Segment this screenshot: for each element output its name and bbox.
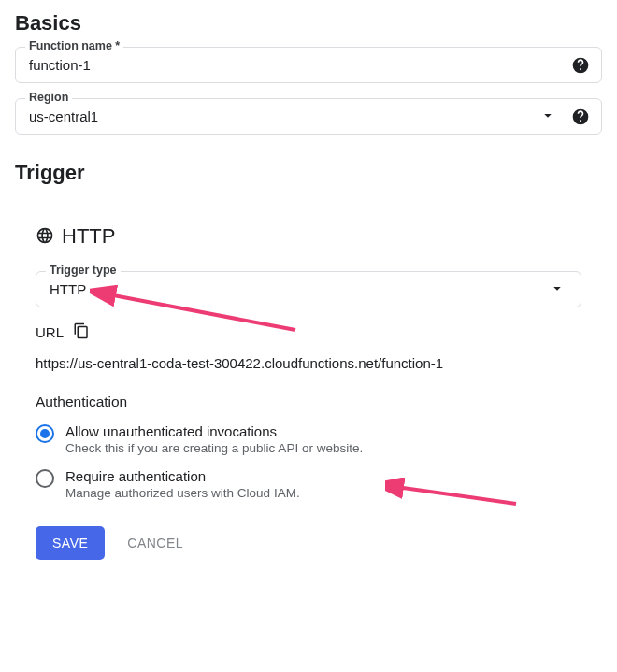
basics-heading: Basics bbox=[15, 11, 602, 36]
trigger-type-value: HTTP bbox=[50, 281, 86, 297]
region-label: Region bbox=[25, 91, 72, 104]
url-value: https://us-central1-coda-test-300422.clo… bbox=[36, 355, 581, 371]
function-name-field[interactable]: Function name * bbox=[15, 47, 602, 83]
help-icon[interactable] bbox=[571, 56, 590, 75]
url-label: URL bbox=[36, 324, 64, 340]
auth-require-auth[interactable]: Require authentication Manage authorized… bbox=[36, 468, 581, 500]
radio-icon[interactable] bbox=[36, 424, 54, 443]
trigger-heading: Trigger bbox=[15, 161, 602, 185]
button-row: SAVE CANCEL bbox=[36, 526, 581, 560]
auth-allow-unauth[interactable]: Allow unauthenticated invocations Check … bbox=[36, 423, 581, 455]
radio-desc: Check this if you are creating a public … bbox=[65, 441, 363, 455]
url-row: URL bbox=[36, 322, 581, 342]
globe-icon bbox=[36, 226, 54, 248]
function-name-input[interactable] bbox=[29, 57, 532, 73]
chevron-down-icon[interactable] bbox=[539, 107, 556, 126]
trigger-http-label: HTTP bbox=[62, 224, 115, 249]
trigger-http-header: HTTP bbox=[36, 224, 581, 249]
save-button[interactable]: SAVE bbox=[36, 526, 105, 560]
authentication-heading: Authentication bbox=[36, 393, 581, 410]
radio-icon[interactable] bbox=[36, 469, 54, 488]
trigger-type-label: Trigger type bbox=[46, 264, 121, 277]
radio-desc: Manage authorized users with Cloud IAM. bbox=[65, 486, 300, 500]
region-value: us-central1 bbox=[29, 108, 98, 124]
cancel-button[interactable]: CANCEL bbox=[127, 536, 183, 550]
function-name-label: Function name * bbox=[25, 39, 123, 52]
trigger-panel: HTTP Trigger type HTTP URL https://us-ce… bbox=[15, 196, 602, 579]
trigger-type-field[interactable]: Trigger type HTTP bbox=[36, 271, 581, 307]
radio-label: Require authentication bbox=[65, 468, 300, 484]
region-field[interactable]: Region us-central1 bbox=[15, 98, 602, 135]
help-icon[interactable] bbox=[571, 107, 590, 126]
chevron-down-icon[interactable] bbox=[549, 279, 566, 299]
copy-icon[interactable] bbox=[73, 322, 90, 342]
radio-label: Allow unauthenticated invocations bbox=[65, 423, 363, 439]
